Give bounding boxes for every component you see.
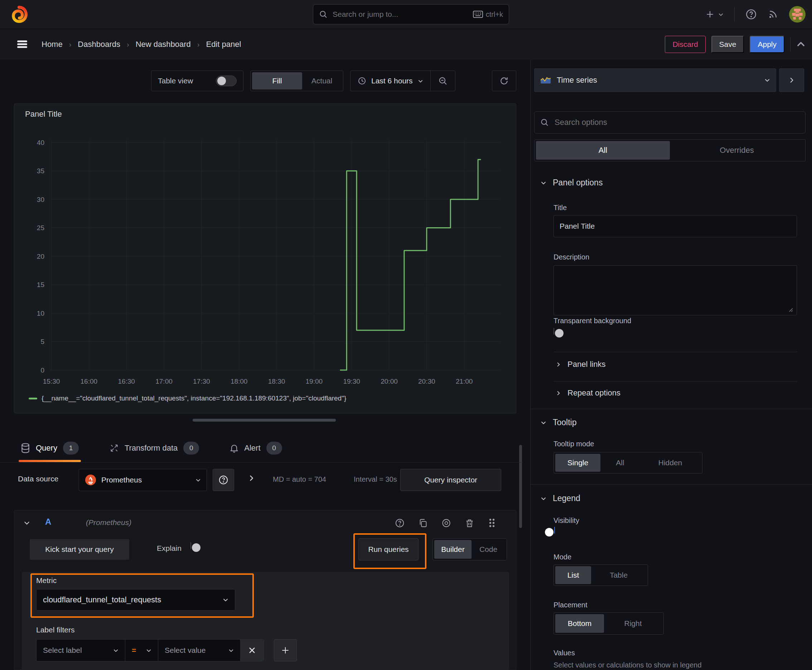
metric-select[interactable]: cloudflared_tunnel_total_requests: [36, 589, 235, 611]
menu-hamburger-icon[interactable]: [16, 38, 29, 50]
select-label-dropdown[interactable]: Select label: [37, 640, 125, 661]
tab-transform-data[interactable]: Transform data 0: [110, 434, 199, 462]
section-panel-links[interactable]: Panel links: [556, 360, 605, 369]
options-search-input[interactable]: [554, 117, 800, 127]
user-avatar[interactable]: [789, 6, 805, 22]
help-icon[interactable]: [746, 8, 757, 20]
legend-placement-right[interactable]: Right: [604, 614, 662, 633]
explain-toggle[interactable]: [190, 542, 191, 549]
chevron-right-icon: ›: [69, 41, 71, 49]
refresh-button[interactable]: [492, 71, 516, 91]
drag-handle-icon[interactable]: [488, 518, 496, 528]
discard-button[interactable]: Discard: [665, 36, 705, 53]
global-search[interactable]: ctrl+k: [313, 4, 509, 24]
chevron-down-icon: [541, 420, 546, 426]
search-input[interactable]: [332, 10, 469, 19]
section-tooltip[interactable]: Tooltip: [541, 418, 576, 427]
legend-mode-list[interactable]: List: [555, 566, 591, 584]
viz-suggestions-expand-button[interactable]: [779, 68, 804, 92]
visualization-picker[interactable]: Time series: [534, 68, 776, 92]
panel-resize-handle[interactable]: [193, 419, 336, 421]
time-range-label: Last 6 hours: [371, 76, 413, 85]
panel-preview: Panel Title 051015202530354015:3016:0016…: [14, 103, 516, 413]
tooltip-mode-hidden[interactable]: Hidden: [640, 454, 701, 472]
news-rss-icon[interactable]: [768, 9, 778, 20]
table-view-control: Table view: [151, 71, 244, 91]
svg-text:18:30: 18:30: [268, 377, 285, 385]
tooltip-mode-single[interactable]: Single: [555, 454, 600, 472]
legend-visibility-toggle[interactable]: [554, 527, 555, 534]
filter-tab-all[interactable]: All: [536, 141, 670, 160]
section-legend[interactable]: Legend: [541, 494, 580, 503]
section-repeat-options[interactable]: Repeat options: [556, 388, 620, 398]
time-series-viz-icon: [540, 76, 551, 84]
description-label: Description: [554, 253, 589, 261]
textarea-resize-icon[interactable]: [787, 306, 793, 313]
builder-option[interactable]: Builder: [434, 540, 471, 559]
transparent-background-label: Transparent background: [554, 317, 631, 325]
tab-query-count: 1: [63, 442, 79, 455]
operator-dropdown[interactable]: =: [125, 640, 158, 661]
toggle-visibility-icon[interactable]: [441, 518, 451, 528]
grafana-logo-icon[interactable]: [10, 5, 28, 23]
title-label: Title: [554, 204, 567, 212]
datasource-bar: Data source Prometheus MD = auto = 704 I…: [0, 465, 523, 495]
time-range-control: Last 6 hours: [350, 71, 455, 91]
fill-option[interactable]: Fill: [252, 72, 302, 90]
builder-code-group: Builder Code: [432, 538, 507, 560]
datasource-picker[interactable]: Prometheus: [79, 469, 207, 491]
expand-stats-chevron-icon[interactable]: [248, 475, 255, 482]
chevron-down-icon: [146, 648, 151, 653]
collapse-query-chevron-icon[interactable]: [24, 520, 30, 526]
section-panel-options[interactable]: Panel options: [541, 178, 603, 188]
filter-tab-overrides[interactable]: Overrides: [670, 141, 804, 160]
panel-title-input[interactable]: [554, 215, 797, 237]
search-shortcut: ctrl+k: [486, 10, 503, 19]
table-view-toggle[interactable]: [216, 76, 237, 86]
breadcrumb-home[interactable]: Home: [42, 40, 63, 49]
datasource-help-button[interactable]: [213, 469, 234, 491]
tab-query[interactable]: Query 1: [21, 434, 79, 462]
options-filter-tabs: All Overrides: [534, 139, 805, 161]
legend-placement-bottom[interactable]: Bottom: [555, 614, 604, 633]
code-option[interactable]: Code: [471, 540, 505, 559]
panel-description-input[interactable]: [554, 265, 797, 315]
remove-filter-button[interactable]: [241, 640, 263, 661]
legend-mode-table[interactable]: Table: [591, 566, 646, 584]
add-new-button[interactable]: [705, 10, 724, 19]
chart-legend[interactable]: {__name__="cloudflared_tunnel_total_requ…: [29, 394, 346, 402]
svg-text:17:30: 17:30: [193, 377, 210, 385]
explain-label: Explain: [157, 544, 181, 553]
apply-button[interactable]: Apply: [750, 36, 785, 53]
tooltip-mode-all[interactable]: All: [600, 454, 640, 472]
transparent-background-toggle[interactable]: [554, 328, 554, 335]
kick-start-query-button[interactable]: Kick start your query: [30, 539, 129, 560]
svg-text:30: 30: [37, 196, 44, 203]
run-queries-button[interactable]: Run queries: [358, 538, 419, 560]
help-icon: [219, 475, 229, 485]
collapse-options-chevron-up-icon[interactable]: [796, 40, 805, 49]
options-search[interactable]: [534, 111, 805, 134]
save-button[interactable]: Save: [711, 36, 744, 53]
chevron-down-icon: [541, 496, 546, 501]
select-value-dropdown[interactable]: Select value: [158, 640, 241, 661]
options-sidebar: Time series All Overrides Panel options …: [530, 60, 812, 670]
delete-query-trash-icon[interactable]: [465, 518, 475, 528]
zoom-out-icon[interactable]: [431, 71, 455, 91]
duplicate-query-icon[interactable]: [418, 518, 428, 528]
chevron-right-icon: [556, 362, 561, 367]
breadcrumb-dashboards[interactable]: Dashboards: [78, 40, 120, 49]
label-filter-row: Select label = Select value: [36, 639, 264, 662]
clock-icon: [358, 76, 366, 85]
query-inspector-button[interactable]: Query inspector: [400, 469, 501, 491]
query-ref-id[interactable]: A: [45, 517, 51, 527]
svg-text:10: 10: [37, 310, 44, 317]
actual-option[interactable]: Actual: [302, 72, 342, 90]
breadcrumb-new-dashboard[interactable]: New dashboard: [136, 40, 191, 49]
label-filters-label: Label filters: [36, 626, 75, 634]
tab-alert[interactable]: Alert 0: [230, 434, 282, 462]
add-filter-button[interactable]: [274, 639, 297, 662]
query-help-icon[interactable]: [395, 518, 405, 528]
plus-icon: [281, 646, 290, 655]
time-range-picker[interactable]: Last 6 hours: [351, 76, 431, 85]
